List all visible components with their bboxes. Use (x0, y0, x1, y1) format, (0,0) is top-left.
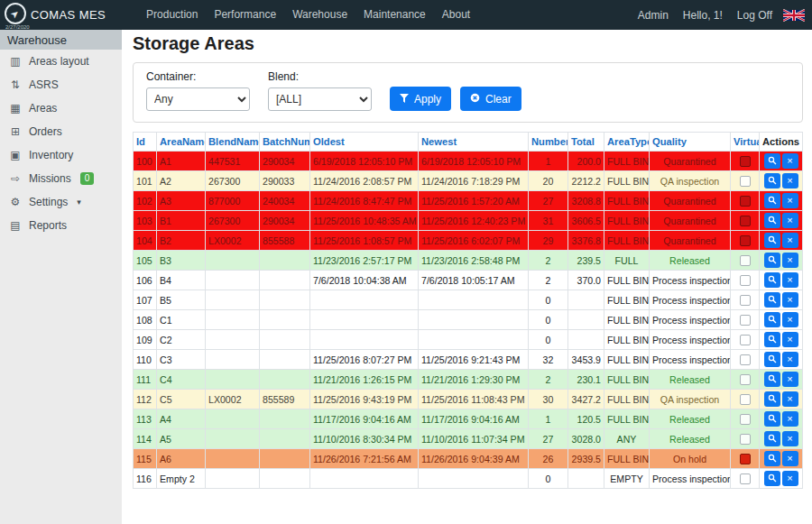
sidebar-item-orders[interactable]: ⊞Orders (0, 120, 122, 143)
uk-flag-icon[interactable] (783, 9, 805, 22)
delete-button[interactable]: × (782, 451, 798, 466)
virtual-checkbox[interactable] (740, 156, 751, 167)
magnifier-icon (768, 255, 777, 266)
cell-newest: 11/25/2016 1:57:20 AM (419, 191, 529, 211)
virtual-checkbox[interactable] (740, 394, 751, 405)
nav-item-performance[interactable]: Performance (206, 0, 284, 30)
virtual-checkbox[interactable] (740, 454, 751, 464)
nav-admin[interactable]: Admin (631, 9, 676, 22)
virtual-checkbox[interactable] (740, 315, 751, 326)
delete-button[interactable]: × (782, 173, 798, 188)
col-header-newest[interactable]: Newest (419, 133, 529, 152)
delete-button[interactable]: × (782, 272, 798, 288)
cell-virtual (731, 271, 760, 290)
delete-button[interactable]: × (782, 233, 798, 248)
delete-button[interactable]: × (782, 471, 798, 486)
virtual-checkbox[interactable] (740, 335, 751, 345)
virtual-checkbox[interactable] (740, 275, 751, 286)
col-header-id[interactable]: Id (134, 133, 157, 152)
details-button[interactable] (764, 233, 780, 248)
cell-oldest (310, 330, 419, 350)
blend-select[interactable]: [ALL] (268, 87, 372, 111)
sidebar-item-reports[interactable]: ▤Reports (0, 214, 122, 237)
virtual-checkbox[interactable] (740, 216, 751, 226)
cell-actions: × (760, 449, 803, 469)
nav-item-about[interactable]: About (434, 0, 478, 30)
nav-greeting[interactable]: Hello, 1! (676, 9, 730, 22)
details-button[interactable] (764, 193, 780, 208)
sidebar-section-warehouse[interactable]: Warehouse (0, 30, 122, 50)
sidebar-item-asrs[interactable]: ⇅ASRS (0, 73, 122, 97)
col-header-number[interactable]: Number (529, 133, 568, 152)
details-button[interactable] (764, 431, 780, 446)
virtual-checkbox[interactable] (740, 235, 751, 246)
virtual-checkbox[interactable] (740, 176, 751, 187)
nav-right: Admin Hello, 1! Log Off (631, 9, 812, 22)
table-row: 103B126730029003411/25/2016 10:48:35 AM1… (134, 211, 803, 231)
delete-button[interactable]: × (782, 431, 798, 446)
delete-button[interactable]: × (782, 292, 798, 308)
virtual-checkbox[interactable] (740, 354, 751, 365)
sidebar-item-settings[interactable]: ⚙Settings▾ (0, 190, 122, 214)
details-button[interactable] (764, 153, 780, 169)
details-button[interactable] (764, 173, 780, 188)
nav-item-maintenance[interactable]: Maintenance (355, 0, 434, 30)
app-logo-icon[interactable]: ➤ (5, 3, 26, 24)
cell-quality: Released (650, 409, 731, 429)
details-button[interactable] (764, 411, 780, 427)
details-button[interactable] (764, 471, 780, 486)
apply-button[interactable]: Apply (390, 87, 451, 111)
delete-button[interactable]: × (782, 372, 798, 387)
details-button[interactable] (764, 213, 780, 228)
sidebar-item-areas-layout[interactable]: ▥Areas layout (0, 50, 122, 73)
col-header-quality[interactable]: Quality (650, 133, 731, 152)
details-button[interactable] (764, 451, 780, 466)
col-header-areatype[interactable]: AreaType (604, 133, 650, 152)
details-button[interactable] (764, 312, 780, 327)
virtual-checkbox[interactable] (740, 255, 751, 266)
delete-button[interactable]: × (782, 253, 798, 268)
col-header-oldest[interactable]: Oldest (310, 133, 419, 152)
sidebar-item-missions[interactable]: ⇨Missions0 (0, 167, 122, 190)
delete-button[interactable]: × (782, 332, 798, 347)
delete-button[interactable]: × (782, 352, 798, 367)
details-button[interactable] (764, 253, 780, 268)
col-header-virtual[interactable]: Virtual (731, 133, 760, 152)
virtual-checkbox[interactable] (740, 295, 751, 306)
virtual-checkbox[interactable] (740, 434, 751, 445)
magnifier-icon (768, 216, 777, 226)
cell-area: Empty 2 (157, 469, 206, 489)
details-button[interactable] (764, 332, 780, 347)
virtual-checkbox[interactable] (740, 414, 751, 425)
cell-actions: × (760, 171, 803, 191)
clear-button[interactable]: Clear (460, 87, 521, 111)
delete-button[interactable]: × (782, 193, 798, 208)
virtual-checkbox[interactable] (740, 473, 751, 484)
details-button[interactable] (764, 272, 780, 288)
sidebar-item-areas[interactable]: ▦Areas (0, 97, 122, 120)
col-header-batchnum[interactable]: BatchNum (260, 133, 310, 152)
virtual-checkbox[interactable] (740, 196, 751, 207)
container-select[interactable]: Any (146, 87, 250, 111)
delete-button[interactable]: × (782, 153, 798, 169)
delete-button[interactable]: × (782, 391, 798, 407)
col-header-blendname[interactable]: BlendName (206, 133, 260, 152)
nav-logoff[interactable]: Log Off (730, 9, 780, 22)
col-header-areaname[interactable]: AreaName (157, 133, 206, 152)
cell-total (568, 290, 604, 310)
close-icon: × (787, 374, 792, 384)
delete-button[interactable]: × (782, 411, 798, 427)
brand-title[interactable]: COMAS MES (31, 8, 106, 22)
close-icon: × (787, 354, 792, 364)
sidebar-item-inventory[interactable]: ▣Inventory (0, 143, 122, 167)
col-header-total[interactable]: Total (568, 133, 604, 152)
nav-item-production[interactable]: Production (138, 0, 206, 30)
details-button[interactable] (764, 292, 780, 308)
details-button[interactable] (764, 352, 780, 367)
delete-button[interactable]: × (782, 213, 798, 228)
details-button[interactable] (764, 391, 780, 407)
nav-item-warehouse[interactable]: Warehouse (284, 0, 355, 30)
virtual-checkbox[interactable] (740, 374, 751, 385)
delete-button[interactable]: × (782, 312, 798, 327)
details-button[interactable] (764, 372, 780, 387)
